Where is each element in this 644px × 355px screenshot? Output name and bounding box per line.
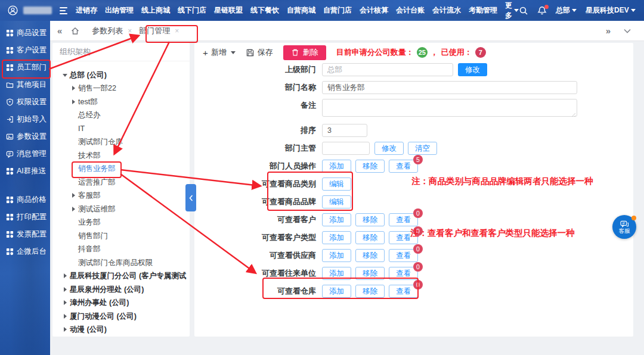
tabs-dropdown-icon[interactable] xyxy=(624,29,631,33)
tree-caret-icon[interactable] xyxy=(62,273,70,280)
tree-caret-icon[interactable] xyxy=(70,246,78,253)
tree-caret-icon[interactable] xyxy=(70,166,78,173)
nav-item[interactable]: 会计核算 xyxy=(360,5,388,15)
nav-item[interactable]: 考勤管理 xyxy=(469,5,497,15)
tree-node[interactable]: 总经办 xyxy=(52,109,190,123)
staff-add-button[interactable]: 添加 xyxy=(322,160,351,173)
sidebar-item[interactable]: 其他项目 xyxy=(0,76,50,94)
tree-caret-icon[interactable] xyxy=(70,259,78,266)
partner-remove-button[interactable]: 移除 xyxy=(355,267,385,280)
tree-caret-icon[interactable] xyxy=(70,85,78,92)
tree-caret-icon[interactable] xyxy=(70,152,78,159)
tree-node[interactable]: 销售部门 xyxy=(52,229,190,243)
tree-node[interactable]: 客服部 xyxy=(52,189,190,203)
sidebar-item[interactable]: 打印配置 xyxy=(0,208,50,226)
nav-item[interactable]: 出纳管理 xyxy=(105,5,134,15)
nav-item[interactable]: 自营门店 xyxy=(323,5,352,15)
parent-modify-button[interactable]: 修改 xyxy=(458,63,487,76)
supplier-add-button[interactable]: 添加 xyxy=(322,249,351,262)
tree-node[interactable]: IT xyxy=(52,122,190,136)
nav-item[interactable]: 会计流水 xyxy=(432,5,461,15)
nav-item[interactable]: 自营商城 xyxy=(287,5,315,15)
supplier-remove-button[interactable]: 移除 xyxy=(355,249,385,262)
remark-textarea[interactable] xyxy=(322,99,577,117)
sidebar-item[interactable]: 企微后台 xyxy=(0,243,50,260)
tree-node[interactable]: 厦门动漫公司 (公司) xyxy=(52,310,190,323)
delete-button[interactable]: 删除 xyxy=(283,45,326,60)
tree-node[interactable]: test部 xyxy=(52,95,190,109)
warehouse-add-button[interactable]: 添加 xyxy=(322,285,351,298)
brand-edit-button[interactable]: 编辑 xyxy=(322,195,351,208)
sidebar-item[interactable]: 商品价格 xyxy=(0,191,50,208)
tree-caret-icon[interactable] xyxy=(70,205,78,213)
nav-item[interactable]: 线下门店 xyxy=(178,5,206,15)
user-avatar-icon[interactable] xyxy=(8,5,18,15)
tree-node[interactable]: 星辰科技厦门分公司 (客户专属测试 xyxy=(52,270,190,284)
tree-node[interactable]: 总部 (公司) xyxy=(52,68,190,82)
nav-more-dropdown[interactable]: 更多 xyxy=(505,1,519,21)
menu-collapse-icon[interactable] xyxy=(60,7,67,14)
sidebar-item[interactable]: 客户设置 xyxy=(0,42,50,59)
save-button[interactable]: 保存 xyxy=(246,47,273,58)
tabs-scroll-right-icon[interactable]: » xyxy=(606,26,611,35)
tree-node[interactable]: 测试部门仓库 xyxy=(52,136,190,150)
nav-item[interactable]: 进销存 xyxy=(76,5,97,15)
tree-node[interactable]: 技术部 xyxy=(52,149,190,163)
tab-close-icon[interactable]: × xyxy=(128,27,132,35)
tree-caret-icon[interactable] xyxy=(62,326,70,334)
tree-caret-icon[interactable] xyxy=(70,139,78,146)
notification-bell-icon[interactable] xyxy=(537,6,547,15)
panel-collapse-handle[interactable] xyxy=(185,184,196,211)
manager-input[interactable] xyxy=(322,142,370,155)
tree-node[interactable]: 星辰泉州分理处 (公司) xyxy=(52,283,190,297)
sidebar-item[interactable]: AI群推送 xyxy=(0,163,50,180)
tab-close-icon[interactable]: × xyxy=(175,27,179,35)
sidebar-item[interactable]: 初始导入 xyxy=(0,111,50,128)
warehouse-remove-button[interactable]: 移除 xyxy=(355,285,385,298)
account-menu[interactable]: 星辰科技DEV xyxy=(586,5,636,15)
nav-item[interactable]: 线上商城 xyxy=(141,5,170,15)
tree-node[interactable]: 运营推广部 xyxy=(52,176,190,189)
tree-caret-icon[interactable] xyxy=(70,219,78,226)
tree-node[interactable]: 抖音部 xyxy=(52,243,190,257)
tabs-scroll-left-icon[interactable]: « xyxy=(57,26,62,35)
tree-node[interactable]: 测试运维部 xyxy=(52,203,190,216)
sidebar-item[interactable]: 商品设置 xyxy=(0,24,50,42)
category-edit-button[interactable]: 编辑 xyxy=(322,178,351,191)
staff-remove-button[interactable]: 移除 xyxy=(355,160,385,173)
manager-modify-button[interactable]: 修改 xyxy=(374,142,404,155)
nav-item[interactable]: 会计台账 xyxy=(396,5,425,15)
sidebar-item[interactable]: 消息管理 xyxy=(0,145,50,163)
org-switcher[interactable]: 总部 xyxy=(556,5,577,15)
manager-clear-button[interactable]: 清空 xyxy=(408,142,437,155)
tree-caret-icon[interactable] xyxy=(70,179,78,186)
customer-add-button[interactable]: 添加 xyxy=(322,213,351,226)
tree-node[interactable]: 销售业务部 xyxy=(52,163,190,176)
sidebar-item[interactable]: 权限设置 xyxy=(0,94,50,111)
tab[interactable]: 部门管理 × xyxy=(135,21,182,41)
sidebar-item[interactable]: 发票配置 xyxy=(0,226,50,243)
tree-node[interactable]: 销售一部22 xyxy=(52,82,190,96)
search-icon[interactable] xyxy=(519,6,528,15)
sidebar-item[interactable]: 参数设置 xyxy=(0,128,50,145)
tree-caret-icon[interactable] xyxy=(70,232,78,239)
nav-item[interactable]: 线下餐饮 xyxy=(250,5,279,15)
tree-caret-icon[interactable] xyxy=(70,98,78,105)
customer-remove-button[interactable]: 移除 xyxy=(355,213,385,226)
tree-node[interactable]: 动漫 (公司) xyxy=(52,323,190,337)
sort-input[interactable] xyxy=(322,124,367,137)
nav-item[interactable]: 星链联盟 xyxy=(214,5,243,15)
tree-caret-icon[interactable] xyxy=(62,71,70,79)
tree-node[interactable]: 测试部门仓库商品权限 xyxy=(52,256,190,270)
dept-name-input[interactable] xyxy=(322,81,577,94)
sidebar-item[interactable]: 员工部门 xyxy=(0,59,50,76)
parent-dept-input[interactable] xyxy=(322,63,453,76)
tree-caret-icon[interactable] xyxy=(70,112,78,119)
add-button[interactable]: + 新增 xyxy=(203,47,236,58)
tree-caret-icon[interactable] xyxy=(70,192,78,200)
tree-node[interactable]: 漳州办事处 (公司) xyxy=(52,297,190,310)
home-icon[interactable] xyxy=(70,26,80,36)
tree-caret-icon[interactable] xyxy=(62,300,70,307)
tree-caret-icon[interactable] xyxy=(62,286,70,293)
tab[interactable]: 参数列表 × xyxy=(88,21,135,41)
